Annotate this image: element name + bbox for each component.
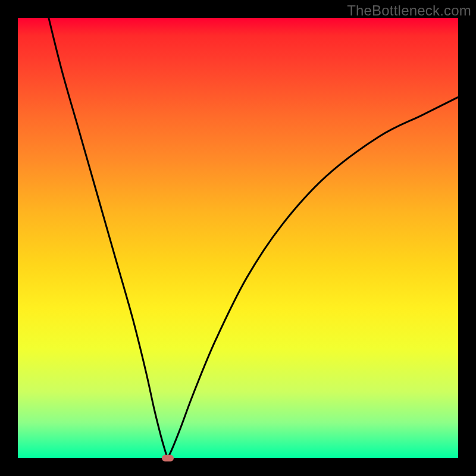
watermark-text: TheBottleneck.com bbox=[347, 2, 471, 19]
minimum-marker bbox=[162, 455, 174, 462]
curve-left-branch bbox=[49, 18, 168, 458]
chart-area bbox=[18, 18, 458, 458]
bottleneck-curve bbox=[18, 18, 458, 458]
curve-right-branch bbox=[168, 97, 458, 458]
